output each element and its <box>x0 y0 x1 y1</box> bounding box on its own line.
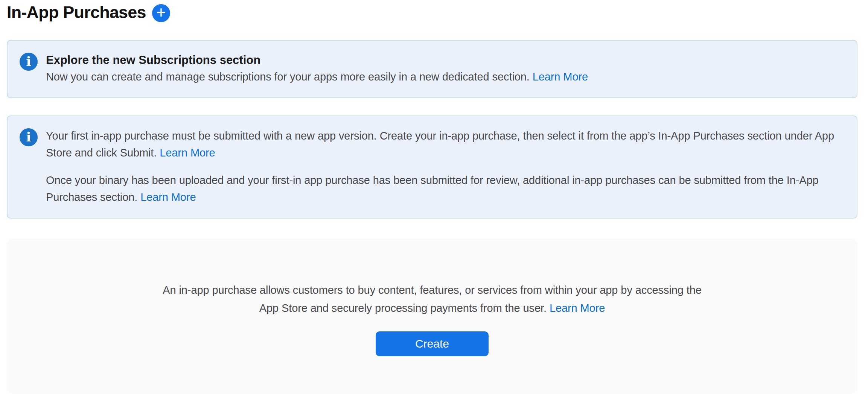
banner-paragraph: Your first in-app purchase must be submi… <box>46 128 843 161</box>
banner-text-content: Now you can create and manage subscripti… <box>46 71 530 83</box>
page-header: In-App Purchases + <box>0 0 868 23</box>
empty-state-text-content: An in-app purchase allows customers to b… <box>163 284 702 314</box>
learn-more-link[interactable]: Learn More <box>160 147 215 159</box>
info-icon: i <box>20 53 38 71</box>
learn-more-link[interactable]: Learn More <box>550 302 605 314</box>
banner-text: Your first in-app purchase must be submi… <box>46 128 843 206</box>
plus-icon: + <box>156 4 166 21</box>
add-in-app-purchase-button[interactable]: + <box>152 4 170 22</box>
banner-paragraph: Once your binary has been uploaded and y… <box>46 172 843 206</box>
first-purchase-info-banner: i Your first in-app purchase must be sub… <box>7 115 857 219</box>
banner-body: Your first in-app purchase must be submi… <box>46 128 843 206</box>
subscriptions-announcement-banner: i Explore the new Subscriptions section … <box>7 40 857 98</box>
banner-body: Explore the new Subscriptions section No… <box>46 52 843 85</box>
info-icon: i <box>20 128 38 146</box>
banner-text: Now you can create and manage subscripti… <box>46 68 843 85</box>
empty-state-description: An in-app purchase allows customers to b… <box>155 281 709 317</box>
in-app-purchases-empty-state: An in-app purchase allows customers to b… <box>7 239 857 394</box>
learn-more-link[interactable]: Learn More <box>533 71 588 83</box>
page-title: In-App Purchases <box>7 2 146 23</box>
learn-more-link[interactable]: Learn More <box>140 191 196 203</box>
create-button[interactable]: Create <box>376 331 489 356</box>
banner-heading: Explore the new Subscriptions section <box>46 52 843 68</box>
